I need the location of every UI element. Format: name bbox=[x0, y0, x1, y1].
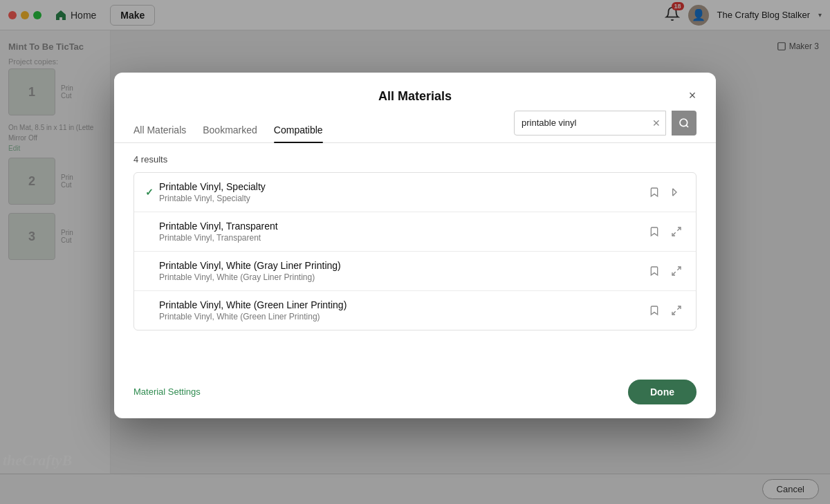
result-sub-1: Printable Vinyl, Specialty bbox=[159, 194, 646, 203]
info-icon-3 bbox=[671, 265, 682, 277]
close-modal-button[interactable]: × bbox=[683, 86, 702, 106]
results-area: 4 results ✓ Printable Vinyl, Specialty P… bbox=[114, 143, 716, 368]
bookmark-icon-4 bbox=[649, 305, 660, 316]
material-settings-link[interactable]: Material Settings bbox=[133, 386, 201, 397]
result-actions-4 bbox=[646, 302, 685, 319]
result-text-1: Printable Vinyl, Specialty Printable Vin… bbox=[159, 181, 646, 203]
search-icon bbox=[679, 118, 690, 129]
search-submit-button[interactable] bbox=[672, 111, 697, 136]
bookmark-button-3[interactable] bbox=[646, 263, 663, 279]
result-sub-3: Printable Vinyl, White (Gray Liner Print… bbox=[159, 272, 646, 282]
svg-line-7 bbox=[672, 311, 676, 315]
result-name-1: Printable Vinyl, Specialty bbox=[159, 181, 646, 192]
info-icon-2 bbox=[671, 226, 682, 237]
result-text-4: Printable Vinyl, White (Green Liner Prin… bbox=[159, 299, 646, 321]
all-materials-modal: All Materials × All Materials Bookmarked… bbox=[114, 73, 716, 418]
info-button-2[interactable] bbox=[668, 223, 685, 240]
modal-title: All Materials bbox=[378, 89, 452, 104]
search-row: ✕ bbox=[514, 104, 697, 142]
svg-point-1 bbox=[680, 119, 688, 127]
result-name-2: Printable Vinyl, Transparent bbox=[159, 221, 646, 232]
results-count-wrap: 4 results bbox=[133, 143, 697, 172]
result-item-2[interactable]: Printable Vinyl, Transparent Printable V… bbox=[134, 212, 696, 252]
modal-header: All Materials × bbox=[114, 73, 716, 104]
result-actions-3 bbox=[646, 263, 685, 279]
search-input-wrap: ✕ bbox=[514, 111, 666, 136]
modal-footer: Material Settings Done bbox=[114, 368, 716, 418]
result-sub-4: Printable Vinyl, White (Green Liner Prin… bbox=[159, 312, 646, 321]
bookmark-button-4[interactable] bbox=[646, 302, 663, 319]
results-count: 4 results bbox=[133, 154, 167, 165]
bookmark-icon-3 bbox=[649, 265, 660, 277]
info-button-1[interactable] bbox=[668, 184, 685, 200]
info-button-3[interactable] bbox=[668, 263, 685, 279]
results-list: ✓ Printable Vinyl, Specialty Printable V… bbox=[133, 172, 697, 330]
result-item-4[interactable]: Printable Vinyl, White (Green Liner Prin… bbox=[134, 291, 696, 330]
result-name-3: Printable Vinyl, White (Gray Liner Print… bbox=[159, 260, 646, 271]
result-text-3: Printable Vinyl, White (Gray Liner Print… bbox=[159, 260, 646, 282]
bookmark-button-2[interactable] bbox=[646, 223, 663, 240]
bookmark-button-1[interactable] bbox=[646, 184, 663, 200]
result-item-3[interactable]: Printable Vinyl, White (Gray Liner Print… bbox=[134, 252, 696, 291]
tab-bookmarked[interactable]: Bookmarked bbox=[203, 119, 257, 142]
bookmark-icon-1 bbox=[649, 187, 660, 198]
svg-line-2 bbox=[677, 227, 681, 231]
bookmark-icon-2 bbox=[649, 226, 660, 237]
info-icon-4 bbox=[671, 305, 682, 316]
close-icon: × bbox=[689, 88, 697, 103]
tab-all-materials[interactable]: All Materials bbox=[133, 119, 186, 142]
svg-line-6 bbox=[677, 306, 681, 310]
result-text-2: Printable Vinyl, Transparent Printable V… bbox=[159, 221, 646, 243]
result-actions-1 bbox=[646, 184, 685, 200]
tab-compatible[interactable]: Compatible bbox=[274, 119, 323, 142]
info-icon-1 bbox=[671, 187, 682, 198]
result-actions-2 bbox=[646, 223, 685, 240]
svg-line-3 bbox=[672, 232, 676, 236]
done-button[interactable]: Done bbox=[628, 380, 697, 404]
material-tabs: All Materials Bookmarked Compatible bbox=[133, 108, 323, 142]
tabs-and-search: All Materials Bookmarked Compatible ✕ bbox=[114, 104, 716, 143]
result-sub-2: Printable Vinyl, Transparent bbox=[159, 233, 646, 243]
search-clear-button[interactable]: ✕ bbox=[652, 118, 661, 129]
svg-line-5 bbox=[672, 272, 676, 275]
result-item-1[interactable]: ✓ Printable Vinyl, Specialty Printable V… bbox=[134, 173, 696, 212]
search-input[interactable] bbox=[514, 111, 666, 136]
svg-line-4 bbox=[677, 267, 681, 270]
selected-check-1: ✓ bbox=[145, 187, 159, 198]
info-button-4[interactable] bbox=[668, 302, 685, 319]
result-name-4: Printable Vinyl, White (Green Liner Prin… bbox=[159, 299, 646, 310]
